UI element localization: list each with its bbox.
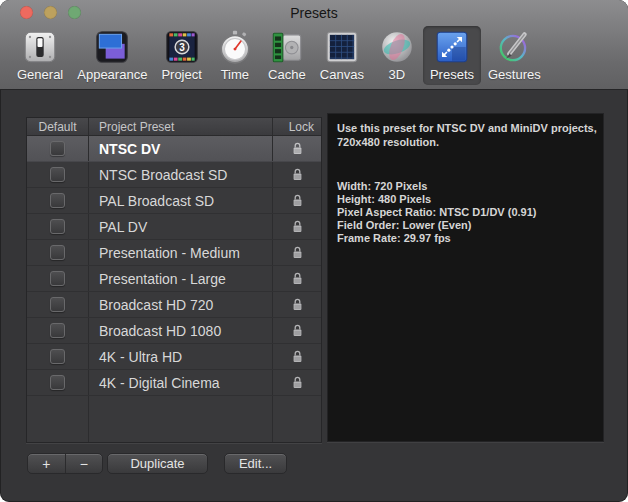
default-checkbox[interactable]	[50, 349, 65, 364]
property-width: Width: 720 Pixels	[337, 180, 594, 193]
remove-preset-button[interactable]: −	[66, 454, 103, 473]
svg-text:3: 3	[179, 42, 185, 53]
preset-name: 4K - Ultra HD	[99, 349, 182, 365]
preset-table-body: NTSC DV NTSC Broadcast SD PAL Broadcast …	[27, 136, 321, 442]
presets-icon	[433, 28, 471, 66]
lock-icon	[292, 194, 303, 207]
toolbar-label: Canvas	[320, 67, 364, 82]
toolbar-item-presets[interactable]: Presets	[423, 26, 481, 85]
add-preset-button[interactable]: +	[28, 454, 66, 473]
column-header-project-preset: Project Preset	[89, 118, 273, 135]
lock-icon	[292, 272, 303, 285]
preset-table: Default Project Preset Lock NTSC DV NTSC…	[26, 117, 322, 443]
preset-name: Presentation - Large	[99, 271, 226, 287]
property-pixel-aspect-ratio: Pixel Aspect Ratio: NTSC D1/DV (0.91)	[337, 206, 594, 219]
preset-name: PAL DV	[99, 219, 147, 235]
default-checkbox[interactable]	[50, 297, 65, 312]
table-row-broadcast-hd-1080[interactable]: Broadcast HD 1080	[27, 318, 321, 344]
lock-icon	[292, 142, 303, 155]
default-checkbox[interactable]	[50, 219, 65, 234]
preset-description: Use this preset for NTSC DV and MiniDV p…	[337, 121, 597, 149]
toolbar-item-general[interactable]: General	[10, 26, 70, 85]
default-checkbox[interactable]	[50, 323, 65, 338]
lock-icon	[292, 324, 303, 337]
preset-name: PAL Broadcast SD	[99, 193, 214, 209]
table-row-ntsc-dv[interactable]: NTSC DV	[27, 136, 321, 162]
table-row-broadcast-hd-720[interactable]: Broadcast HD 720	[27, 292, 321, 318]
preset-name: Broadcast HD 1080	[99, 323, 221, 339]
lock-icon	[292, 376, 303, 389]
preset-name: 4K - Digital Cinema	[99, 375, 220, 391]
default-checkbox[interactable]	[50, 141, 65, 156]
toolbar-item-cache[interactable]: Cache	[261, 26, 313, 85]
general-icon	[21, 28, 59, 66]
window-chrome: Presets General	[0, 0, 628, 90]
duplicate-button[interactable]: Duplicate	[107, 453, 208, 474]
toolbar-item-gestures[interactable]: Gestures	[481, 26, 548, 85]
lock-icon	[292, 220, 303, 233]
table-empty-area	[27, 396, 321, 442]
table-row-pal-broadcast-sd[interactable]: PAL Broadcast SD	[27, 188, 321, 214]
preset-name: NTSC Broadcast SD	[99, 167, 227, 183]
table-row-4k-ultra-hd[interactable]: 4K - Ultra HD	[27, 344, 321, 370]
property-frame-rate: Frame Rate: 29.97 fps	[337, 232, 594, 245]
column-header-default: Default	[27, 118, 89, 135]
lock-icon	[292, 298, 303, 311]
table-row-ntsc-broadcast-sd[interactable]: NTSC Broadcast SD	[27, 162, 321, 188]
table-row-presentation-medium[interactable]: Presentation - Medium	[27, 240, 321, 266]
toolbar-label: Presets	[430, 67, 474, 82]
preset-name: NTSC DV	[99, 141, 160, 157]
default-checkbox[interactable]	[50, 167, 65, 182]
table-row-presentation-large[interactable]: Presentation - Large	[27, 266, 321, 292]
table-row-4k-digital-cinema[interactable]: 4K - Digital Cinema	[27, 370, 321, 396]
column-header-lock: Lock	[273, 118, 321, 135]
toolbar-label: Gestures	[488, 67, 541, 82]
toolbar-item-time[interactable]: Time	[209, 26, 261, 85]
toolbar-label: Time	[221, 67, 249, 82]
default-checkbox[interactable]	[50, 245, 65, 260]
toolbar-label: Cache	[268, 67, 306, 82]
gestures-icon	[495, 28, 533, 66]
titlebar[interactable]: Presets	[0, 0, 628, 26]
cache-icon	[268, 28, 306, 66]
default-checkbox[interactable]	[50, 375, 65, 390]
table-row-pal-dv[interactable]: PAL DV	[27, 214, 321, 240]
toolbar-label: General	[17, 67, 63, 82]
toolbar-label: Appearance	[77, 67, 147, 82]
edit-button[interactable]: Edit...	[224, 453, 287, 474]
toolbar-item-project[interactable]: 3 Project	[154, 26, 208, 85]
preset-name: Broadcast HD 720	[99, 297, 213, 313]
default-checkbox[interactable]	[50, 271, 65, 286]
preset-name: Presentation - Medium	[99, 245, 240, 261]
lock-icon	[292, 246, 303, 259]
preset-properties: Width: 720 Pixels Height: 480 Pixels Pix…	[337, 180, 594, 245]
lock-icon	[292, 350, 303, 363]
appearance-icon	[93, 28, 131, 66]
time-icon	[216, 28, 254, 66]
default-checkbox[interactable]	[50, 193, 65, 208]
preset-table-header: Default Project Preset Lock	[27, 118, 321, 136]
lock-icon	[292, 168, 303, 181]
3d-icon	[378, 28, 416, 66]
property-height: Height: 480 Pixels	[337, 193, 594, 206]
toolbar-item-3d[interactable]: 3D	[371, 26, 423, 85]
toolbar-item-canvas[interactable]: Canvas	[313, 26, 371, 85]
preferences-toolbar: General Appearance	[10, 26, 548, 88]
property-field-order: Field Order: Lower (Even)	[337, 219, 594, 232]
toolbar-label: Project	[161, 67, 201, 82]
add-remove-segment: + −	[27, 453, 103, 474]
window-title: Presets	[0, 5, 628, 21]
project-icon: 3	[163, 28, 201, 66]
toolbar-label: 3D	[389, 67, 406, 82]
preset-detail-panel: Use this preset for NTSC DV and MiniDV p…	[327, 113, 604, 442]
presets-preferences-window: Presets General	[0, 0, 628, 502]
toolbar-item-appearance[interactable]: Appearance	[70, 26, 154, 85]
canvas-icon	[323, 28, 361, 66]
